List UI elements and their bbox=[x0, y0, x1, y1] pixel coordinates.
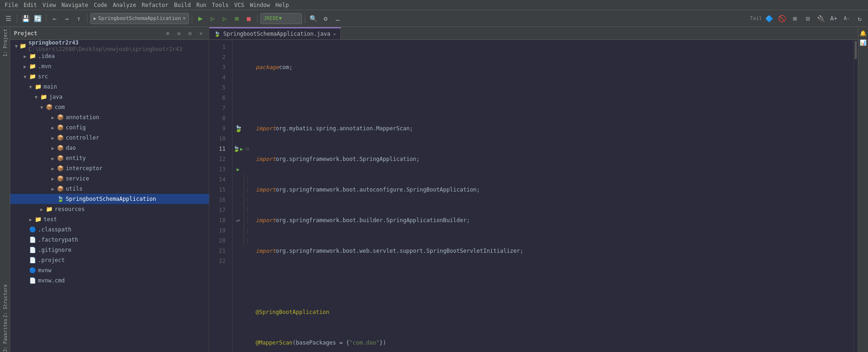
run-gutter-icon: 🍃 bbox=[233, 146, 240, 152]
tree-mvnw-cmd[interactable]: 📄 mvnw.cmd bbox=[10, 275, 209, 286]
tree-annotation[interactable]: ▶ 📦 annotation bbox=[10, 112, 209, 122]
toolbar-more[interactable]: … bbox=[332, 13, 343, 24]
panel-settings-btn[interactable]: ⚙ bbox=[186, 29, 194, 38]
tree-src[interactable]: ▼ 📁 src bbox=[10, 71, 209, 82]
gutter-9[interactable]: 🍃 bbox=[233, 123, 244, 134]
tree-root[interactable]: ▼ 📁 springbootr2r43 C:\Users\22680\Deskt… bbox=[10, 41, 209, 51]
structure-tab-btn[interactable]: 2: Structure bbox=[1, 284, 9, 318]
toolbar-tail[interactable]: Tail bbox=[750, 13, 761, 24]
tab-main-class[interactable]: 🍃 SpringbootSchemaApplication.java ✕ bbox=[209, 27, 341, 39]
entity-label: entity bbox=[66, 155, 86, 161]
gutter-13[interactable]: ▶ bbox=[233, 164, 244, 174]
menu-analyze[interactable]: Analyze bbox=[110, 1, 139, 9]
toolbar-sync[interactable]: 🔄 bbox=[32, 13, 43, 24]
fold-11[interactable]: ⊟ bbox=[244, 144, 251, 154]
menu-help[interactable]: Help bbox=[273, 1, 292, 9]
toolbar-icon1[interactable]: 🔷 bbox=[763, 13, 774, 24]
toolbar-resume-btn[interactable]: ▷ bbox=[207, 13, 218, 24]
favorites-tab-btn[interactable]: 3: Favorites bbox=[1, 319, 9, 352]
tree-config[interactable]: ▶ 📦 config bbox=[10, 122, 209, 133]
linenum-16: 16 bbox=[209, 195, 228, 205]
gutter-15 bbox=[233, 185, 244, 195]
right-icon-2[interactable]: 📊 bbox=[859, 38, 868, 47]
toolbar-coverage-btn[interactable]: ▷ bbox=[219, 13, 230, 24]
toolbar-profile-btn[interactable]: ⊞ bbox=[231, 13, 242, 24]
tree-java[interactable]: ▼ 📁 java bbox=[10, 92, 209, 102]
tree-classpath[interactable]: 🔵 .classpath bbox=[10, 224, 209, 235]
tree-controller[interactable]: ▶ 📦 controller bbox=[10, 133, 209, 143]
tree-com[interactable]: ▼ 📦 com bbox=[10, 102, 209, 112]
tab-close-icon[interactable]: ✕ bbox=[333, 32, 336, 37]
toolbar-font-size-up[interactable]: A+ bbox=[828, 13, 839, 24]
interceptor-arrow-icon: ▶ bbox=[50, 166, 56, 171]
tree-utils[interactable]: ▶ 📦 utils bbox=[10, 184, 209, 194]
linenum-9: 9 bbox=[209, 123, 228, 134]
code-editor[interactable]: 1 2 3 4 5 6 7 8 9 10 11 12 13 14 15 16 1… bbox=[209, 40, 858, 352]
tree-service[interactable]: ▶ 📦 service bbox=[10, 173, 209, 184]
dao-arrow-icon: ▶ bbox=[50, 146, 56, 151]
tree-project-file[interactable]: 📄 .project bbox=[10, 255, 209, 265]
menu-run[interactable]: Run bbox=[194, 1, 209, 9]
menu-view[interactable]: View bbox=[40, 1, 59, 9]
java-label: java bbox=[49, 94, 63, 100]
panel-close-btn[interactable]: ✕ bbox=[197, 29, 205, 38]
test-arrow-icon: ▶ bbox=[28, 217, 33, 222]
toolbar-config-dropdown[interactable]: ▶ SpringbootSchemaApplication ▼ bbox=[90, 13, 189, 24]
gutter-18[interactable]: ↩ bbox=[233, 215, 244, 225]
toolbar: ☰ 💾 🔄 ← → ↑ ▶ SpringbootSchemaApplicatio… bbox=[0, 10, 868, 27]
tree-resources[interactable]: ▶ 📁 resources bbox=[10, 204, 209, 214]
gutter-11[interactable]: 🍃 ▶ bbox=[233, 144, 244, 154]
file-tree: ▼ 📁 springbootr2r43 C:\Users\22680\Deskt… bbox=[10, 40, 209, 352]
tree-factorypath[interactable]: 📄 .factorypath bbox=[10, 235, 209, 245]
tree-main-class[interactable]: 🍃 SpringbootSchemaApplication bbox=[10, 194, 209, 204]
menu-vcs[interactable]: VCS bbox=[232, 1, 247, 9]
tree-interceptor[interactable]: ▶ 📦 interceptor bbox=[10, 163, 209, 173]
panel-locate-btn[interactable]: ⊕ bbox=[164, 29, 172, 38]
test-label: test bbox=[44, 216, 57, 223]
code-content[interactable]: package com; import org.mybatis.spring.a… bbox=[251, 40, 853, 352]
linenum-3: 3 bbox=[209, 62, 228, 72]
right-icon-1[interactable]: 🔔 bbox=[859, 29, 868, 38]
tree-main[interactable]: ▼ 📁 main bbox=[10, 82, 209, 92]
gutter-icons: 🍃 🍃 ▶ ▶ ↩ bbox=[233, 40, 244, 352]
menu-bar: File Edit View Navigate Code Analyze Ref… bbox=[0, 0, 868, 10]
tree-dao[interactable]: ▶ 📦 dao bbox=[10, 143, 209, 153]
toolbar-icon3[interactable]: ⊞ bbox=[789, 13, 800, 24]
toolbar-forward[interactable]: → bbox=[61, 13, 72, 24]
toolbar-stop-btn[interactable]: ■ bbox=[243, 13, 254, 24]
tree-mvn[interactable]: ▶ 📁 .mvn bbox=[10, 61, 209, 71]
toolbar-hamburger[interactable]: ☰ bbox=[3, 13, 14, 24]
tree-mvnw[interactable]: 🔵 mvnw bbox=[10, 265, 209, 275]
toolbar-icon2[interactable]: 🚫 bbox=[776, 13, 787, 24]
toolbar-up[interactable]: ↑ bbox=[73, 13, 84, 24]
vertical-scrollbar[interactable] bbox=[853, 40, 858, 352]
tree-entity[interactable]: ▶ 📦 entity bbox=[10, 153, 209, 163]
menu-tools[interactable]: Tools bbox=[209, 1, 232, 9]
project-tab-btn[interactable]: 1: Project bbox=[1, 29, 9, 57]
tree-test[interactable]: ▶ 📁 test bbox=[10, 214, 209, 224]
src-label: src bbox=[38, 73, 48, 80]
toolbar-save[interactable]: 💾 bbox=[20, 13, 31, 24]
toolbar-back[interactable]: ← bbox=[49, 13, 60, 24]
menu-file[interactable]: File bbox=[2, 1, 21, 9]
tree-gitignore[interactable]: 📄 .gitignore bbox=[10, 245, 209, 255]
toolbar-icon5[interactable]: 🔌 bbox=[815, 13, 826, 24]
menu-edit[interactable]: Edit bbox=[21, 1, 40, 9]
tree-idea[interactable]: ▶ 📁 .idea bbox=[10, 51, 209, 61]
toolbar-run-btn[interactable]: ▶ bbox=[195, 13, 206, 24]
menu-refactor[interactable]: Refactor bbox=[139, 1, 171, 9]
menu-code[interactable]: Code bbox=[91, 1, 110, 9]
run-config-dropdown[interactable]: JREBE▼ bbox=[260, 13, 302, 24]
toolbar-find-btn[interactable]: 🔍 bbox=[308, 13, 319, 24]
toolbar-sep-5 bbox=[257, 14, 258, 23]
toolbar-icon4[interactable]: ⊟ bbox=[802, 13, 813, 24]
gutter-4 bbox=[233, 72, 244, 83]
toolbar-settings[interactable]: ⚙ bbox=[320, 13, 331, 24]
menu-build[interactable]: Build bbox=[171, 1, 194, 9]
panel-collapse-btn[interactable]: ≡ bbox=[175, 29, 183, 38]
menu-navigate[interactable]: Navigate bbox=[59, 1, 91, 9]
linenum-4: 4 bbox=[209, 72, 228, 83]
menu-window[interactable]: Window bbox=[247, 1, 272, 9]
toolbar-icon6[interactable]: ↻ bbox=[854, 13, 865, 24]
toolbar-font-size-down[interactable]: A- bbox=[841, 13, 852, 24]
